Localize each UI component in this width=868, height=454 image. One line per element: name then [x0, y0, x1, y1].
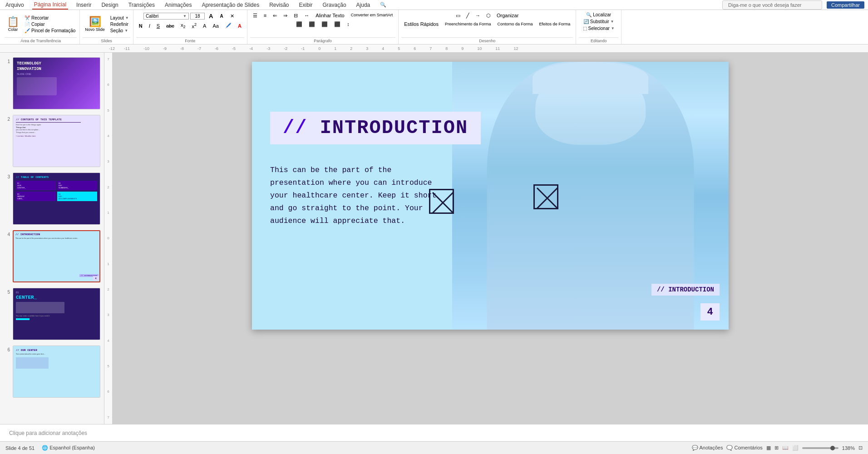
intro-title-box[interactable]: // INTRODUCTION [270, 112, 481, 144]
zoom-fit-button[interactable]: ⊡ [858, 445, 863, 451]
font-size-input2[interactable]: Aa [210, 22, 221, 30]
slide-img-1[interactable]: TECHNOLOGY INNOVATION SLIDE ONE [13, 57, 100, 109]
canvas-area[interactable]: // INTRODUCTION This can be the part of … [113, 53, 868, 424]
menu-exibir[interactable]: Exibir [297, 1, 315, 9]
bullet-list-button[interactable]: ☰ [250, 12, 260, 20]
slide-thumb-6[interactable]: 6 // OUR CENTER Text content about the c… [3, 345, 101, 399]
superscript-button[interactable]: x2 [189, 21, 199, 30]
underline-button[interactable]: S [154, 22, 163, 30]
view-normal-button[interactable]: ▦ [766, 445, 771, 451]
zoom-slider[interactable] [802, 447, 838, 449]
slide-panel: 1 TECHNOLOGY INNOVATION SLIDE ONE 2 // C… [0, 53, 104, 424]
slide-thumb-2[interactable]: 2 // CONTENTS OF THIS TEMPLATE Don't be … [3, 114, 101, 168]
font-family-dropdown[interactable]: Calibri▼ [143, 13, 189, 20]
intro-body-text[interactable]: This can be the part of the presentation… [270, 164, 447, 227]
text-direction-button[interactable]: ↔ [301, 12, 312, 20]
slide-thumb-5[interactable]: 5 01 CENTER_ You can enter a sublitle he… [3, 287, 101, 341]
slide-thumb-3[interactable]: 3 // TABLE OF CONTENTS 01OURCENTER_ 02KE… [3, 172, 101, 226]
font-size-decrease-button[interactable]: A [217, 13, 226, 20]
text-color-button[interactable]: A [235, 22, 244, 30]
menu-gravacao[interactable]: Gravação [321, 1, 348, 9]
vertical-ruler: 765432101234567 [104, 53, 113, 424]
paste-button[interactable]: 📋 Colar [5, 16, 21, 33]
cut-button[interactable]: ✂️ Recortar [23, 15, 77, 21]
menu-design[interactable]: Design [99, 1, 120, 9]
search-bar[interactable]: Diga-me o que você deseja fazer [722, 0, 822, 10]
bold-button[interactable]: N [136, 22, 145, 30]
justify-button[interactable]: ⬛ [331, 20, 343, 28]
find-button[interactable]: 🔍 Localizar [585, 12, 612, 18]
menu-arquivo[interactable]: Arquivo [4, 1, 26, 9]
shape-line-button[interactable]: ╱ [464, 12, 472, 20]
menu-pagina-inicial[interactable]: Página Inicial [32, 0, 68, 10]
new-slide-button[interactable]: 🖼️ Novo Slide [83, 16, 107, 33]
increase-indent-button[interactable]: ⇒ [281, 12, 290, 20]
quick-styles-button[interactable]: Estilos Rápidos [401, 20, 441, 28]
thumb1-title: TECHNOLOGY INNOVATION [17, 61, 96, 72]
view-slide-sorter-button[interactable]: ⊞ [774, 445, 779, 451]
copy-button[interactable]: 📄 Copiar [23, 21, 77, 27]
menu-inserir[interactable]: Inserir [74, 1, 93, 9]
menu-revisao[interactable]: Revisão [267, 1, 291, 9]
menu-ajuda[interactable]: Ajuda [355, 1, 372, 9]
slide-img-6[interactable]: // OUR CENTER Text content about the cen… [13, 345, 100, 398]
effects-button[interactable]: Efeitos de Forma [537, 21, 573, 27]
editing-section-label: Editando [579, 37, 618, 43]
menu-apresentacao[interactable]: Apresentação de Slides [200, 1, 261, 9]
slide-img-3[interactable]: // TABLE OF CONTENTS 01OURCENTER_ 02KEYN… [13, 173, 100, 225]
share-button[interactable]: Compartilhar [827, 1, 864, 9]
italic-button[interactable]: I [146, 22, 153, 30]
comments-button[interactable]: 🗨️ Comentários [726, 445, 762, 451]
font-size-input[interactable]: 18 [190, 13, 205, 20]
align-button[interactable]: Alinhar Texto [313, 12, 347, 20]
thumb2-body: Don't be put to the things again. Things… [16, 123, 97, 133]
replace-dropdown-arrow: ▼ [611, 20, 614, 24]
slide-img-2[interactable]: // CONTENTS OF THIS TEMPLATE Don't be pu… [13, 115, 100, 167]
subscript-button[interactable]: x2 [178, 21, 188, 30]
view-presenter-button[interactable]: ⬜ [792, 445, 799, 451]
layout-button[interactable]: Layout ▼ [109, 15, 130, 21]
notes-bar[interactable]: Clique para adicionar anotações [0, 424, 868, 441]
intro-title: INTRODUCTION [320, 117, 468, 139]
annotations-button[interactable]: 💬 Anotações [692, 445, 723, 451]
line-spacing-button[interactable]: ↕ [344, 20, 352, 28]
new-slide-label: Novo Slide [85, 27, 105, 32]
section-button[interactable]: Seção ▼ [109, 28, 130, 34]
strikethrough-button[interactable]: abc [163, 22, 177, 30]
font-size-increase-button[interactable]: A [206, 12, 216, 20]
drawing-section-label: Desenho [401, 37, 573, 43]
arrange-button[interactable]: Organizar [494, 12, 521, 20]
clear-format-button[interactable]: ✕ [227, 12, 237, 20]
font-color-button[interactable]: A [200, 22, 209, 30]
align-center-button[interactable]: ⬛ [306, 20, 318, 28]
replace-button[interactable]: 🔄 Substituir ▼ [582, 19, 616, 25]
fill-button[interactable]: Preenchimento da Forma [442, 21, 494, 27]
view-reading-button[interactable]: 📖 [782, 445, 789, 451]
thumb1-image-placeholder [17, 77, 57, 95]
slide-thumb-4[interactable]: 4 // INTRODUCTION This can be the part o… [3, 229, 101, 283]
shape-more-button[interactable]: ⬡ [483, 12, 493, 20]
shape-arrow-button[interactable]: → [473, 12, 483, 20]
main-slide[interactable]: // INTRODUCTION This can be the part of … [252, 62, 729, 330]
zoom-handle[interactable] [830, 446, 835, 450]
align-right-button[interactable]: ⬛ [319, 20, 330, 28]
numbered-list-button[interactable]: ≡ [261, 12, 269, 20]
shape-rect-button[interactable]: ▭ [453, 12, 463, 20]
align-left-button[interactable]: ⬛ [293, 20, 305, 28]
format-painter-button[interactable]: 🖌️ Pincel de Formatação [23, 28, 77, 34]
slide-img-4[interactable]: // INTRODUCTION This can be the part of … [13, 230, 100, 282]
new-slide-icon: 🖼️ [89, 17, 101, 27]
outline-button[interactable]: Contorno da Forma [495, 21, 536, 27]
column-button[interactable]: ⊟ [291, 12, 301, 20]
smartart-button[interactable]: Converter em SmartArt [348, 12, 396, 20]
select-button[interactable]: ⬚ Selecionar ▼ [582, 25, 616, 31]
menu-animacoes[interactable]: Animações [163, 1, 193, 9]
slide-thumb-1[interactable]: 1 TECHNOLOGY INNOVATION SLIDE ONE [3, 56, 101, 110]
reset-button[interactable]: Redefinir [109, 21, 130, 27]
highlight-button[interactable]: 🖊️ [222, 22, 234, 30]
slide-img-5[interactable]: 01 CENTER_ You can enter a sublitle here… [13, 288, 100, 340]
paragraph-section-label: Parágrafo [250, 37, 395, 43]
decrease-indent-button[interactable]: ⇐ [270, 12, 280, 20]
slide-num-2: 2 [4, 117, 10, 122]
menu-transicoes[interactable]: Transições [127, 1, 157, 9]
